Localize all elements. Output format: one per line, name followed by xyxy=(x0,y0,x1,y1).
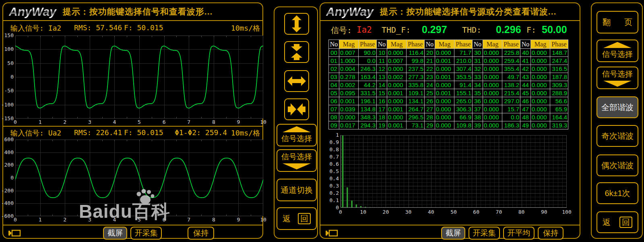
average-button[interactable]: 开平均 xyxy=(503,227,535,240)
table-header-no: No xyxy=(377,40,387,49)
harmonic-no: 42 xyxy=(520,65,531,73)
axis-label: -600 xyxy=(0,213,14,219)
acquire-button[interactable]: 开采集 xyxy=(130,227,162,240)
back-button-left-panel[interactable]: 返 回 xyxy=(277,207,317,230)
harmonic-no: 49 xyxy=(520,121,531,129)
page-turn-button[interactable]: 翻 页 xyxy=(597,11,638,33)
signal-select-down-button[interactable]: 信号选择 xyxy=(277,149,317,172)
axis-label: 100 xyxy=(0,46,14,52)
harmonic-phase: 306.3 xyxy=(454,105,473,113)
acquire-button[interactable]: 开采集 xyxy=(469,227,500,240)
harmonic-phase: 264.7 xyxy=(407,105,425,113)
table-header-mag: Mag xyxy=(483,40,502,49)
harmonic-mag: 0.000 xyxy=(339,113,359,121)
harmonic-phase: 155.1 xyxy=(454,89,473,97)
back-label-left: 返 xyxy=(603,217,611,228)
axis-label: 0.5 xyxy=(328,168,339,174)
horizontal-expand-button[interactable] xyxy=(284,70,309,92)
all-harmonics-button[interactable]: 全部谐波 xyxy=(597,96,638,118)
signal-select-down-button[interactable]: 信号选择 xyxy=(597,67,638,89)
harmonic-phase: 109.8 xyxy=(454,121,473,129)
vertical-expand-button[interactable] xyxy=(284,13,309,35)
harmonic-no: 19 xyxy=(377,121,387,129)
table-header-phase: Phase xyxy=(407,40,425,49)
harmonic-no: 22 xyxy=(425,65,435,73)
harmonic-no: 34 xyxy=(473,81,483,89)
signal-summary-row: 信号: Ia2 THD_F: 0.297 THD: 0.296 F: 50.00 xyxy=(320,25,581,38)
triangle-up-icon xyxy=(283,126,311,132)
table-header-phase: Phase xyxy=(454,40,473,49)
harmonic-mag: 0.039 xyxy=(339,105,359,113)
axis-label: 0.1 xyxy=(328,197,339,203)
harmonic-mag: 0.000 xyxy=(387,65,407,73)
channel-switch-button[interactable]: 通道切换 xyxy=(277,179,317,201)
harmonic-mag: 0.000 xyxy=(483,65,502,73)
even-harmonics-button[interactable]: 偶次谐波 xyxy=(597,154,638,176)
harmonic-phase: 265.0 xyxy=(454,97,473,105)
harmonic-no: 16 xyxy=(377,97,387,105)
table-header-phase: Phase xyxy=(550,40,568,49)
panel-divider xyxy=(3,126,262,127)
harmonic-mag: 0.000 xyxy=(387,49,407,57)
harmonic-no: 45 xyxy=(520,89,531,97)
harmonic-no: 05 xyxy=(329,89,339,97)
screenshot-button[interactable]: 截屏 xyxy=(441,227,465,240)
harmonic-phase: 187.8 xyxy=(550,73,568,81)
harmonic-no: 21 xyxy=(425,57,435,65)
compress-horizontal-icon xyxy=(287,100,306,118)
hold-button[interactable]: 保持 xyxy=(188,227,214,240)
back-label-left: 返 xyxy=(283,213,291,224)
harmonic-mag: 0.000 xyxy=(483,113,502,121)
harmonic-mag: 0.095 xyxy=(339,89,359,97)
harmonic-no: 27 xyxy=(425,105,435,113)
harmonic-no: 14 xyxy=(377,81,387,89)
table-header-no: No xyxy=(473,40,483,49)
thdf-label: THD_F: xyxy=(382,25,411,35)
wave2-chart: 6004002000-200-400-600012345678910 xyxy=(15,140,263,216)
power-source-icon xyxy=(7,228,22,240)
harmonic-phase: 247.4 xyxy=(550,57,568,65)
compress-vertical-icon xyxy=(287,43,306,61)
back-label-right: 回 xyxy=(619,217,632,228)
axis-label: 0.6 xyxy=(328,161,339,167)
axis-label: 2 xyxy=(60,119,70,125)
table-header-mag: Mag xyxy=(339,40,359,49)
wave2-freq: F: 50.015 xyxy=(124,128,163,137)
harmonic-phase: 288.9 xyxy=(550,89,568,97)
axis-label: 200 xyxy=(0,162,14,168)
axis-label: 1 xyxy=(35,217,45,223)
harmonic-no: 44 xyxy=(520,81,531,89)
harmonic-no: 17 xyxy=(377,105,387,113)
odd-harmonics-button[interactable]: 奇次谐波 xyxy=(597,125,638,147)
axis-label: 50 xyxy=(0,60,14,66)
table-row: 080.000348.3180.000296.5280.00066.9380.0… xyxy=(329,113,568,121)
horizontal-compress-button[interactable] xyxy=(284,98,309,120)
hold-button[interactable]: 保持 xyxy=(538,227,564,240)
harmonic-mag: 0.000 xyxy=(483,89,502,97)
sixk-harmonics-button[interactable]: 6k±1次 xyxy=(597,182,638,204)
wave2-signal-label: 输入信号: Ua2 xyxy=(10,128,61,138)
table-row: 070.039134.8170.001264.7270.000306.3370.… xyxy=(329,105,568,113)
harmonic-no: 18 xyxy=(377,113,387,121)
harmonic-phase: 148.7 xyxy=(550,49,568,57)
harmonic-mag: 0.000 xyxy=(435,113,454,121)
harmonic-mag: 0.278 xyxy=(339,73,359,81)
signal-name: Ia2 xyxy=(357,25,372,35)
triangle-down-icon xyxy=(603,81,632,87)
screenshot-button[interactable]: 截屏 xyxy=(103,227,127,240)
vertical-compress-button[interactable] xyxy=(284,41,309,63)
harmonic-no: 10 xyxy=(377,49,387,57)
harmonic-phase: 259.4 xyxy=(502,57,520,65)
left-header: AnyWay 提示：按功能键选择信号和查看波形... xyxy=(3,3,262,21)
harmonic-no: 23 xyxy=(425,73,435,81)
signal-select-up-button[interactable]: 信号选择 xyxy=(597,40,638,62)
harmonic-phase: 225.8 xyxy=(502,49,520,57)
axis-label: 90 xyxy=(539,209,550,215)
back-button-right-panel[interactable]: 返 回 xyxy=(597,211,638,233)
axis-label: 20 xyxy=(380,209,391,215)
harmonic-mag: 0.000 xyxy=(483,57,502,65)
harmonic-no: 25 xyxy=(425,89,435,97)
harmonic-no: 15 xyxy=(377,89,387,97)
left-bottom-bar: 截屏 开采集 保持 xyxy=(3,225,262,238)
signal-select-up-button[interactable]: 信号选择 xyxy=(277,124,317,146)
